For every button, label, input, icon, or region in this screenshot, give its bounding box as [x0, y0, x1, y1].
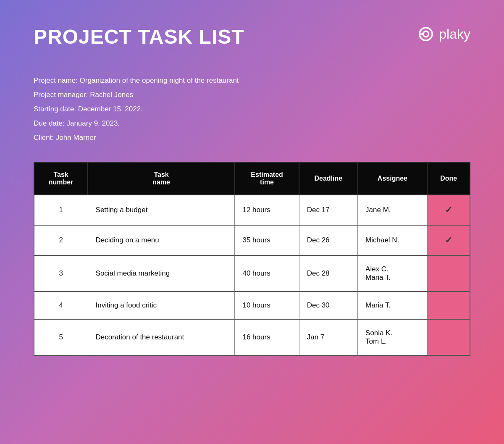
- cell-task-name: Setting a budget: [88, 195, 235, 225]
- table-row: 5Decoration of the restaurant16 hoursJan…: [34, 319, 470, 355]
- cell-task-name: Social media marketing: [88, 255, 235, 292]
- cell-estimated-time: 40 hours: [235, 255, 299, 292]
- col-header-5: Done: [427, 162, 470, 195]
- cell-estimated-time: 16 hours: [235, 319, 299, 355]
- cell-estimated-time: 12 hours: [235, 195, 299, 225]
- svg-point-1: [423, 31, 429, 37]
- project-due-date: Due date: January 9, 2023.: [34, 116, 470, 131]
- cell-assignee: Maria T.: [358, 292, 428, 319]
- project-manager: Project manager: Rachel Jones: [34, 88, 470, 102]
- cell-task-number: 4: [34, 292, 88, 319]
- cell-done: ✓: [427, 225, 470, 255]
- cell-deadline: Dec 26: [299, 225, 357, 255]
- cell-deadline: Dec 30: [299, 292, 357, 319]
- page-title: PROJECT TASK LIST: [34, 25, 244, 48]
- logo-text: plaky: [439, 26, 470, 42]
- col-header-1: Taskname: [88, 162, 235, 195]
- table-row: 3Social media marketing40 hoursDec 28Ale…: [34, 255, 470, 292]
- project-start-date: Starting date: December 15, 2022.: [34, 102, 470, 116]
- task-table: TasknumberTasknameEstimatedtimeDeadlineA…: [34, 162, 470, 356]
- project-info: Project name: Organization of the openin…: [34, 74, 470, 145]
- table-header-row: TasknumberTasknameEstimatedtimeDeadlineA…: [34, 162, 470, 195]
- cell-assignee: Michael N.: [358, 225, 428, 255]
- cell-done: [427, 255, 470, 292]
- checkmark-icon: ✓: [445, 205, 452, 215]
- col-header-2: Estimatedtime: [235, 162, 299, 195]
- table-row: 1Setting a budget12 hoursDec 17Jane M.✓: [34, 195, 470, 225]
- cell-done: ✓: [427, 195, 470, 225]
- table-row: 2Deciding on a menu35 hoursDec 26Michael…: [34, 225, 470, 255]
- cell-task-number: 2: [34, 225, 88, 255]
- logo: plaky: [417, 25, 470, 43]
- cell-task-number: 3: [34, 255, 88, 292]
- cell-assignee: Jane M.: [358, 195, 428, 225]
- cell-task-name: Deciding on a menu: [88, 225, 235, 255]
- table-row: 4Inviting a food critic10 hoursDec 30Mar…: [34, 292, 470, 319]
- cell-task-number: 5: [34, 319, 88, 355]
- plaky-logo-icon: [417, 25, 435, 43]
- cell-task-number: 1: [34, 195, 88, 225]
- cell-estimated-time: 35 hours: [235, 225, 299, 255]
- cell-task-name: Decoration of the restaurant: [88, 319, 235, 355]
- cell-assignee: Alex C.Maria T.: [358, 255, 428, 292]
- cell-deadline: Jan 7: [299, 319, 357, 355]
- cell-deadline: Dec 28: [299, 255, 357, 292]
- col-header-0: Tasknumber: [34, 162, 88, 195]
- cell-done: [427, 292, 470, 319]
- project-client: Client: John Marner: [34, 131, 470, 145]
- checkmark-icon: ✓: [445, 235, 452, 245]
- page-header: PROJECT TASK LIST plaky: [34, 25, 470, 48]
- task-table-container: TasknumberTasknameEstimatedtimeDeadlineA…: [34, 162, 470, 356]
- col-header-4: Assignee: [358, 162, 428, 195]
- cell-task-name: Inviting a food critic: [88, 292, 235, 319]
- cell-deadline: Dec 17: [299, 195, 357, 225]
- cell-estimated-time: 10 hours: [235, 292, 299, 319]
- col-header-3: Deadline: [299, 162, 357, 195]
- cell-done: [427, 319, 470, 355]
- cell-assignee: Sonia K.Tom L.: [358, 319, 428, 355]
- project-name: Project name: Organization of the openin…: [34, 74, 470, 88]
